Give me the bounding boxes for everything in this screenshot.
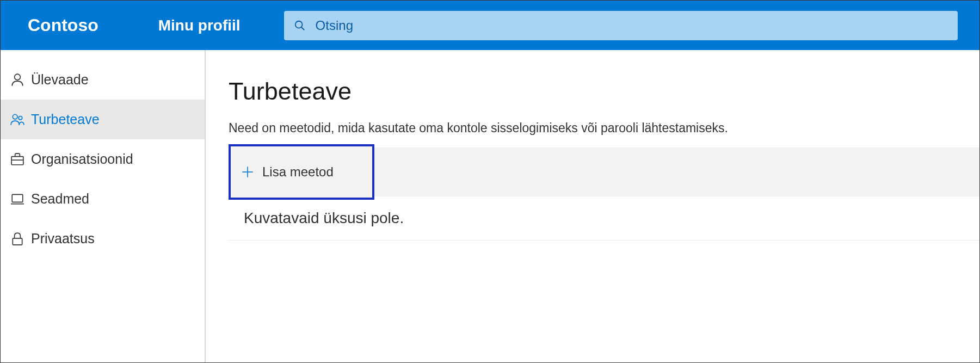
svg-point-4 — [19, 116, 22, 120]
toolbar: Lisa meetod — [229, 147, 979, 196]
sidebar-item-label: Organisatsioonid — [31, 151, 133, 167]
sidebar-item-security-info[interactable]: Turbeteave — [1, 100, 205, 139]
svg-point-3 — [13, 114, 17, 119]
sidebar: Ülevaade Turbeteave — [1, 50, 206, 362]
search-icon — [294, 20, 306, 32]
search-input[interactable] — [316, 18, 948, 33]
page-title: Turbeteave — [229, 77, 979, 106]
svg-line-1 — [301, 27, 304, 30]
page-description: Need on meetodid, mida kasutate oma kont… — [229, 121, 979, 136]
svg-rect-5 — [11, 156, 23, 164]
briefcase-icon — [10, 152, 24, 167]
sidebar-item-overview[interactable]: Ülevaade — [1, 60, 205, 100]
search-box[interactable] — [284, 11, 958, 40]
svg-rect-9 — [13, 238, 22, 244]
sidebar-item-label: Seadmed — [31, 191, 89, 207]
profile-link[interactable]: Minu profiil — [158, 17, 241, 34]
add-method-button[interactable]: Lisa meetod — [229, 144, 374, 200]
lock-icon — [10, 232, 24, 246]
header: Contoso Minu profiil — [1, 1, 979, 50]
empty-state-message: Kuvatavaid üksusi pole. — [229, 196, 979, 241]
add-method-label: Lisa meetod — [262, 164, 334, 180]
sidebar-item-organizations[interactable]: Organisatsioonid — [1, 139, 205, 179]
main-content: Turbeteave Need on meetodid, mida kasuta… — [206, 50, 979, 362]
brand-name: Contoso — [28, 15, 98, 35]
svg-point-0 — [295, 21, 302, 28]
sidebar-item-label: Ülevaade — [31, 72, 89, 88]
content-area: Ülevaade Turbeteave — [1, 50, 979, 362]
person-icon — [10, 73, 24, 87]
svg-rect-7 — [12, 194, 23, 202]
laptop-icon — [10, 192, 24, 206]
sidebar-item-privacy[interactable]: Privaatsus — [1, 219, 205, 259]
sidebar-item-devices[interactable]: Seadmed — [1, 179, 205, 219]
svg-point-2 — [15, 74, 21, 80]
plus-icon — [241, 165, 255, 179]
sidebar-item-label: Turbeteave — [31, 112, 100, 127]
sidebar-item-label: Privaatsus — [31, 231, 95, 247]
people-icon — [10, 113, 24, 127]
